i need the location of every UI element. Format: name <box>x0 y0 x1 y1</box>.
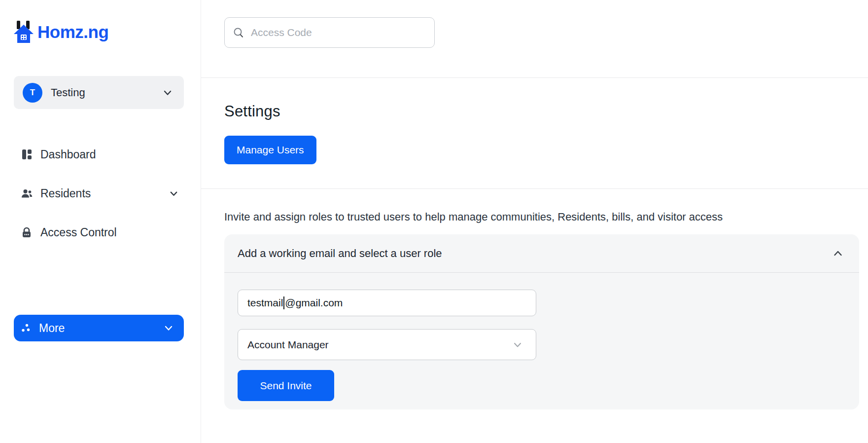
chevron-up-icon <box>832 248 844 259</box>
workspace-selector[interactable]: T Testing <box>14 76 184 109</box>
page-title: Settings <box>224 103 280 120</box>
chevron-down-icon <box>163 323 174 333</box>
access-code-input[interactable] <box>251 27 426 38</box>
workspace-avatar: T <box>23 83 42 103</box>
more-label: More <box>39 322 163 335</box>
role-select[interactable]: Account Manager <box>238 329 536 360</box>
collapse-card-button[interactable] <box>830 246 846 261</box>
home-icon <box>13 21 34 43</box>
more-dots-icon <box>21 323 32 333</box>
chevron-down-icon <box>162 87 173 98</box>
invite-card-header[interactable]: Add a working email and select a user ro… <box>224 234 859 273</box>
sidebar-item-label: Residents <box>40 187 169 200</box>
chevron-down-icon <box>169 188 179 199</box>
manage-users-button[interactable]: Manage Users <box>224 136 316 164</box>
section-divider <box>201 188 868 189</box>
send-invite-button[interactable]: Send Invite <box>238 370 334 401</box>
workspace-name: Testing <box>51 86 162 99</box>
chevron-down-icon <box>512 339 523 350</box>
lock-icon <box>21 226 33 239</box>
dashboard-icon <box>21 148 33 161</box>
invite-email-field[interactable]: testmail @gmail.com <box>238 290 536 316</box>
invite-card-body: testmail @gmail.com Account Manager Send… <box>224 273 859 401</box>
email-text-after-caret: @gmail.com <box>285 297 343 309</box>
residents-icon <box>21 187 33 200</box>
logo-text: Homz.ng <box>37 22 108 42</box>
main-content: Settings Manage Users Invite and assign … <box>201 0 868 443</box>
search-icon <box>233 27 244 38</box>
text-caret <box>283 296 284 309</box>
sidebar-item-dashboard[interactable]: Dashboard <box>14 145 184 164</box>
role-select-value: Account Manager <box>247 339 329 351</box>
sidebar-item-label: Access Control <box>40 226 184 239</box>
more-button[interactable]: More <box>14 315 184 341</box>
sidebar: Homz.ng T Testing Dashboard <box>0 0 201 443</box>
section-divider <box>201 77 868 78</box>
sidebar-item-access-control[interactable]: Access Control <box>14 222 184 242</box>
access-code-search[interactable] <box>224 17 435 48</box>
sidebar-item-residents[interactable]: Residents <box>14 184 184 203</box>
invite-card: Add a working email and select a user ro… <box>224 234 859 409</box>
app-logo[interactable]: Homz.ng <box>13 21 108 43</box>
invite-card-title: Add a working email and select a user ro… <box>238 247 442 260</box>
email-text-before-caret: testmail <box>247 297 283 309</box>
sidebar-item-label: Dashboard <box>40 148 184 161</box>
sidebar-nav: Dashboard Residents <box>14 145 184 261</box>
invite-description: Invite and assign roles to trusted users… <box>224 211 723 223</box>
